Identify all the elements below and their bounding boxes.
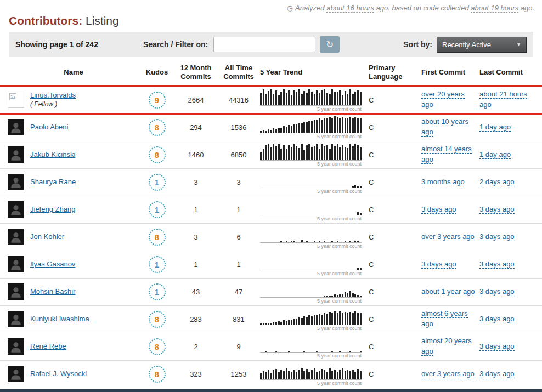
last-commit-link[interactable]: 3 days ago <box>479 315 515 323</box>
avatar[interactable] <box>8 174 24 190</box>
refresh-button[interactable]: ↻ <box>320 36 340 53</box>
first-commit-link[interactable]: 3 days ago <box>421 205 456 214</box>
sparkline-caption: 5 year commit count <box>260 189 362 194</box>
first-commit-link[interactable]: 3 days ago <box>421 260 456 269</box>
name-cell: Jiefeng Zhang <box>8 201 139 218</box>
contributor-name-link[interactable]: Jakub Kicinski <box>30 150 75 159</box>
name-block: Kuniyuki Iwashima <box>30 315 89 323</box>
trend-cell: 5 year commit count <box>260 198 369 221</box>
contributor-name-link[interactable]: Kuniyuki Iwashima <box>30 315 89 323</box>
last-commit-link[interactable]: 3 days ago <box>479 370 515 378</box>
contributor-name-link[interactable]: Paolo Abeni <box>30 123 68 132</box>
contributor-name-link[interactable]: Ilyas Gasanov <box>30 260 75 269</box>
primary-language: C <box>369 260 421 269</box>
primary-language: C <box>369 315 421 323</box>
last-commit-link[interactable]: 3 days ago <box>479 287 515 296</box>
last-commit-link[interactable]: 1 day ago <box>479 150 511 159</box>
name-block: Jiefeng Zhang <box>30 205 75 214</box>
kudos-cell: 8 <box>139 311 174 328</box>
name-block: Jakub Kicinski <box>30 150 75 159</box>
first-commit-link[interactable]: almost 14 years ago <box>421 145 472 164</box>
kudos-cell: 8 <box>139 338 174 355</box>
avatar[interactable] <box>8 201 24 218</box>
first-commit-link[interactable]: about 10 years ago <box>421 117 468 137</box>
sparkline-caption: 5 year commit count <box>260 134 362 139</box>
sparkline-caption: 5 year commit count <box>260 326 362 331</box>
avatar[interactable] <box>8 283 24 300</box>
analyzed-prefix: Analyzed <box>295 4 324 12</box>
column-header-kudos: Kudos <box>139 68 174 77</box>
commits-12mo: 283 <box>174 315 217 323</box>
avatar[interactable] <box>8 146 24 163</box>
analyzed-time-link[interactable]: about 16 hours <box>326 4 374 13</box>
kudos-badge-number: 1 <box>155 260 159 269</box>
commits-alltime: 3 <box>217 178 260 186</box>
contributor-name-link[interactable]: Jiefeng Zhang <box>30 205 75 214</box>
contributor-name-link[interactable]: René Rebe <box>30 342 66 351</box>
contributor-name-link[interactable]: Mohsin Bashir <box>30 287 75 296</box>
first-commit-link[interactable]: about 1 year ago <box>421 287 475 296</box>
search-input[interactable] <box>213 37 315 52</box>
commits-alltime: 1 <box>217 206 260 214</box>
person-silhouette-icon <box>9 147 23 162</box>
contributor-name-link[interactable]: Linus.Torvalds <box>30 91 76 100</box>
contributor-name-link[interactable]: Rafael J. Wysocki <box>30 370 87 378</box>
commit-trend-sparkline <box>260 362 362 380</box>
person-silhouette-icon <box>9 312 23 326</box>
contributor-row: Ilyas Gasanov 1 1 1 5 year commit count … <box>0 251 542 278</box>
collected-time-link[interactable]: about 19 hours <box>471 4 518 13</box>
sparkline-caption: 5 year commit count <box>260 380 362 386</box>
commits-alltime: 44316 <box>217 96 260 104</box>
first-commit-link[interactable]: 3 months ago <box>421 178 465 186</box>
avatar[interactable] <box>8 311 24 327</box>
column-header-primary-language: Primary Language <box>369 64 421 82</box>
avatar[interactable] <box>8 366 24 382</box>
person-silhouette-icon <box>9 367 23 381</box>
trend-cell: 5 year commit count <box>260 253 369 276</box>
kudos-cell: 1 <box>139 256 174 273</box>
primary-language: C <box>369 178 421 186</box>
last-commit-link[interactable]: 2 days ago <box>479 178 515 186</box>
avatar[interactable] <box>8 256 24 272</box>
person-silhouette-icon <box>9 120 23 134</box>
last-commit-link[interactable]: about 21 hours ago <box>479 90 527 109</box>
commit-trend-sparkline <box>260 143 362 161</box>
name-block: Shaurya Rane <box>30 178 76 186</box>
first-commit-link[interactable]: almost 6 years ago <box>421 309 468 328</box>
contributor-name-link[interactable]: Jon Kohler <box>30 232 64 241</box>
kudos-badge: 1 <box>149 201 166 218</box>
kudos-badge-number: 8 <box>155 370 159 379</box>
last-commit-link[interactable]: 3 days ago <box>479 342 515 351</box>
sort-dropdown[interactable]: Recently Active ▼ <box>437 37 527 53</box>
commits-12mo: 43 <box>174 288 217 296</box>
avatar[interactable] <box>8 92 24 108</box>
table-rows: Linus.Torvalds ( Fellow ) 9 2664 44316 5… <box>0 86 542 388</box>
kudos-badge-number: 8 <box>155 342 159 351</box>
first-commit-link[interactable]: over 20 years ago <box>421 90 465 109</box>
kudos-cell: 1 <box>139 174 174 191</box>
first-commit-link[interactable]: over 3 years ago <box>421 370 475 378</box>
commit-trend-sparkline <box>260 198 362 215</box>
last-commit-link[interactable]: 3 days ago <box>479 205 515 214</box>
kudos-badge-number: 8 <box>155 123 159 132</box>
first-commit-link[interactable]: almost 20 years ago <box>421 337 472 356</box>
last-commit-link[interactable]: 1 day ago <box>479 123 511 132</box>
name-block: Paolo Abeni <box>30 123 68 132</box>
first-commit-link[interactable]: over 3 years ago <box>421 232 475 241</box>
column-header-alltime-commits: All Time Commits <box>217 64 260 82</box>
avatar[interactable] <box>8 119 24 135</box>
last-commit-link[interactable]: 3 days ago <box>479 260 515 269</box>
last-commit-link[interactable]: 3 days ago <box>479 232 515 241</box>
avatar[interactable] <box>8 338 24 355</box>
contributors-table: Name Kudos 12 Month Commits All Time Com… <box>0 57 542 388</box>
kudos-cell: 1 <box>139 201 174 218</box>
trend-cell: 5 year commit count <box>260 88 369 112</box>
paging-status: Showing page 1 of 242 <box>15 40 98 49</box>
name-cell: Mohsin Bashir <box>8 283 139 300</box>
kudos-badge-number: 8 <box>155 232 159 242</box>
contributor-row: Jiefeng Zhang 1 1 1 5 year commit count … <box>0 196 542 223</box>
contributor-name-link[interactable]: Shaurya Rane <box>30 178 76 186</box>
commit-trend-sparkline <box>260 171 362 188</box>
kudos-badge-number: 9 <box>155 95 159 105</box>
avatar[interactable] <box>8 229 24 245</box>
